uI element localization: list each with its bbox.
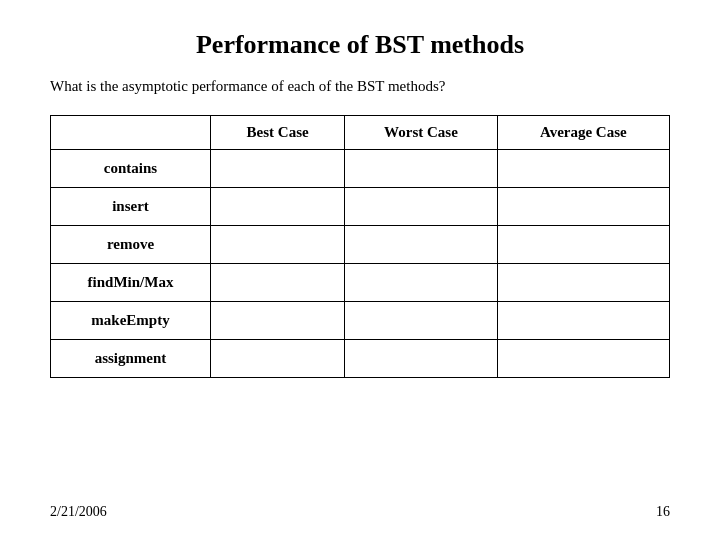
row-label: makeEmpty: [51, 302, 211, 340]
table-row: contains: [51, 150, 670, 188]
row-label: remove: [51, 226, 211, 264]
subtitle: What is the asymptotic performance of ea…: [50, 78, 670, 95]
row-average: [497, 188, 669, 226]
page-title: Performance of BST methods: [50, 30, 670, 60]
row-worst: [345, 264, 497, 302]
row-average: [497, 302, 669, 340]
table-container: Best Case Worst Case Average Case contai…: [50, 115, 670, 494]
col-header-empty: [51, 116, 211, 150]
table-row: assignment: [51, 340, 670, 378]
row-average: [497, 340, 669, 378]
table-row: findMin/Max: [51, 264, 670, 302]
footer-page: 16: [656, 504, 670, 520]
row-worst: [345, 188, 497, 226]
table-row: makeEmpty: [51, 302, 670, 340]
row-average: [497, 226, 669, 264]
row-average: [497, 264, 669, 302]
row-label: assignment: [51, 340, 211, 378]
table-header-row: Best Case Worst Case Average Case: [51, 116, 670, 150]
col-header-best: Best Case: [211, 116, 345, 150]
row-worst: [345, 302, 497, 340]
footer-date: 2/21/2006: [50, 504, 107, 520]
page: Performance of BST methods What is the a…: [0, 0, 720, 540]
table-row: insert: [51, 188, 670, 226]
row-worst: [345, 340, 497, 378]
row-best: [211, 188, 345, 226]
row-average: [497, 150, 669, 188]
row-label: insert: [51, 188, 211, 226]
row-best: [211, 302, 345, 340]
row-label: findMin/Max: [51, 264, 211, 302]
row-label: contains: [51, 150, 211, 188]
row-best: [211, 150, 345, 188]
table-row: remove: [51, 226, 670, 264]
row-best: [211, 340, 345, 378]
row-worst: [345, 150, 497, 188]
col-header-worst: Worst Case: [345, 116, 497, 150]
footer: 2/21/2006 16: [50, 504, 670, 520]
row-best: [211, 264, 345, 302]
row-best: [211, 226, 345, 264]
performance-table: Best Case Worst Case Average Case contai…: [50, 115, 670, 378]
row-worst: [345, 226, 497, 264]
col-header-average: Average Case: [497, 116, 669, 150]
